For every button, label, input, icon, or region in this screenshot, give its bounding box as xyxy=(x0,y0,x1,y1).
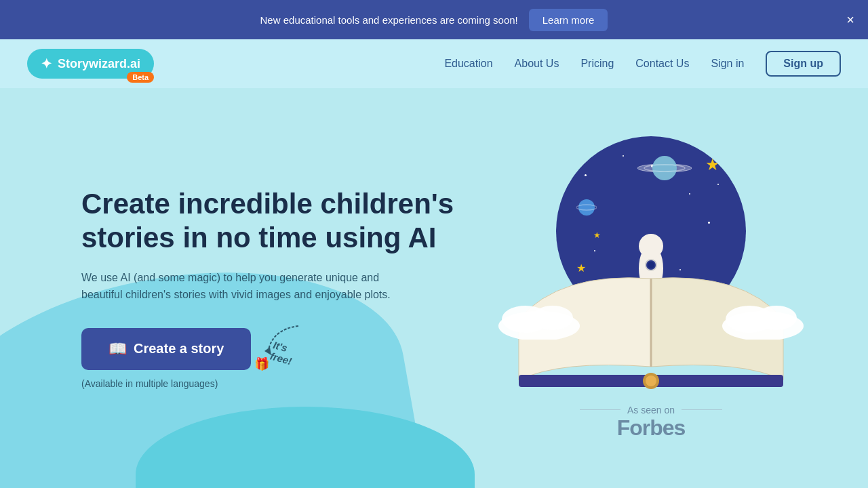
logo-text: Storywizard.ai xyxy=(58,57,140,71)
nav-education[interactable]: Education xyxy=(444,58,492,69)
book-icon: 📖 xyxy=(108,340,127,358)
nav-links: Education About Us Pricing Contact Us xyxy=(444,58,689,70)
divider-left xyxy=(580,409,620,410)
nav-right: Education About Us Pricing Contact Us Si… xyxy=(444,51,841,77)
free-annotation: It's free! 🎁 xyxy=(258,323,305,366)
svg-point-28 xyxy=(532,306,573,330)
as-seen-on-row: As seen on xyxy=(580,405,722,415)
main-content: Create incredible children's stories in … xyxy=(0,88,868,488)
nav-pricing[interactable]: Pricing xyxy=(580,58,614,69)
beta-badge: Beta xyxy=(127,72,154,83)
sign-up-button[interactable]: Sign up xyxy=(766,51,841,77)
nav-about-us[interactable]: About Us xyxy=(515,58,559,69)
planet-blue xyxy=(576,197,597,218)
banner-text: New educational tools and experiences ar… xyxy=(260,14,518,26)
learn-more-button[interactable]: Learn more xyxy=(529,9,608,31)
svg-point-7 xyxy=(578,199,595,216)
nav-contact-us[interactable]: Contact Us xyxy=(635,58,689,69)
as-seen-on: As seen on Forbes xyxy=(580,405,722,441)
close-banner-button[interactable]: × xyxy=(846,13,854,26)
as-seen-on-label: As seen on xyxy=(627,405,675,415)
create-story-button[interactable]: 📖 Create a story xyxy=(81,328,251,370)
available-languages-text: (Available in multiple languages) xyxy=(81,378,461,389)
book-illustration: ★ ★ ★ xyxy=(509,136,793,394)
hero-title: Create incredible children's stories in … xyxy=(81,187,461,256)
svg-text:★: ★ xyxy=(705,155,720,174)
svg-point-31 xyxy=(756,306,797,330)
logo-icon: ✦ xyxy=(41,56,52,72)
cloud-outer-left xyxy=(495,299,583,340)
planet-saturn xyxy=(637,151,692,185)
hero-subtitle: We use AI (and some magic) to help you g… xyxy=(81,269,407,304)
svg-text:★: ★ xyxy=(593,230,601,240)
right-section: ★ ★ ★ xyxy=(461,136,868,441)
announcement-banner: New educational tools and experiences ar… xyxy=(0,0,868,39)
navbar: ✦ Storywizard.ai Beta Education About Us… xyxy=(0,39,868,88)
forbes-text: Forbes xyxy=(617,415,686,441)
cloud-outer-right xyxy=(719,299,807,340)
create-story-label: Create a story xyxy=(134,341,224,357)
sign-in-link[interactable]: Sign in xyxy=(711,58,744,70)
gift-icon: 🎁 xyxy=(254,357,269,371)
svg-point-5 xyxy=(652,156,677,180)
left-section: Create incredible children's stories in … xyxy=(0,187,461,389)
divider-right xyxy=(682,409,722,410)
svg-point-25 xyxy=(646,375,656,386)
logo-area: ✦ Storywizard.ai Beta xyxy=(27,49,154,79)
svg-point-10 xyxy=(639,234,663,258)
